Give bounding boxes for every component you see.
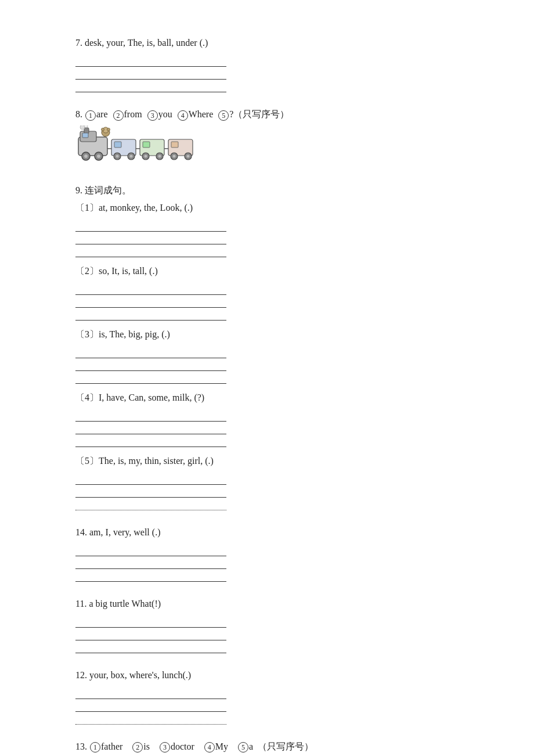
q7-line-3 [75,80,226,92]
svg-point-15 [130,155,133,158]
q11-line-3 [75,640,226,653]
q9-sub5: 〔5〕The, is, my, thin, sister, girl, (.) [75,455,459,510]
svg-point-13 [116,155,119,158]
q9-sub5-label: 〔5〕The, is, my, thin, sister, girl, (.) [75,455,214,467]
q9-sub5-line-2 [75,485,226,498]
q9-sub3-line-2 [75,358,226,371]
q9-sub1-lines [75,219,459,257]
q10-line-2 [75,556,226,569]
q12-line-3-dotted [75,712,226,725]
svg-rect-5 [82,133,88,138]
question-13: 13. 1father 2is 3doctor 4My 5a （只写序号） . [75,739,459,756]
q9-label: 9. 连词成句。 [75,182,459,198]
q7-answer-lines [75,54,459,92]
q9-sub1-line-3 [75,244,226,257]
q13-circle-3: 3 [160,742,170,753]
q13-circle-1: 1 [90,742,100,753]
q10-answer-lines [75,543,459,582]
svg-point-19 [145,155,147,158]
q8-label: 8. 1are 2from 3you 4Where 5?（只写序号） [75,106,459,122]
q7-line-2 [75,67,226,80]
svg-point-7 [84,154,88,158]
q9-sub1-line-1 [75,219,226,232]
q9-sub2-line-2 [75,295,226,308]
question-10: 14. am, I, very, well (.) [75,524,459,582]
svg-rect-17 [143,142,150,147]
svg-point-34 [107,128,110,131]
svg-rect-23 [171,142,178,147]
q11-label: 11. a big turtle What(!) [75,596,459,611]
q9-sub3-lines [75,345,459,384]
q8-circle-3: 3 [147,110,158,121]
q9-sub2-lines [75,282,459,321]
q9-sub2-line-3 [75,308,226,321]
q7-line-1 [75,54,226,67]
q13-circle-5: 5 [238,742,248,753]
question-7: 7. desk, your, The, is, ball, under (.) [75,35,459,92]
q9-sub3: 〔3〕is, The, big, pig, (.) [75,329,459,384]
q9-sub4: 〔4〕I, have, Can, some, milk, (?) [75,392,459,447]
q8-circle-2: 2 [113,110,124,121]
q9-sub3-line-3 [75,371,226,384]
q9-sub5-lines [75,472,459,510]
q8-circle-5: 5 [218,110,229,121]
q9-sub3-label: 〔3〕is, The, big, pig, (.) [75,329,170,341]
q12-label: 12. your, box, where's, lunch(.) [75,667,459,683]
svg-point-4 [84,125,88,128]
q10-line-1 [75,543,226,556]
svg-rect-2 [84,128,89,134]
q13-circle-4: 4 [204,742,215,753]
q9-sub5-line-3-dotted [75,498,226,510]
q13-circle-2: 2 [132,742,143,753]
q12-line-1 [75,686,226,699]
q11-answer-lines [75,615,459,653]
question-12: 12. your, box, where's, lunch(.) [75,667,459,725]
svg-point-21 [158,155,161,158]
question-8: 8. 1are 2from 3you 4Where 5?（只写序号） [75,106,459,168]
q11-line-1 [75,615,226,628]
question-9: 9. 连词成句。 〔1〕at, monkey, the, Look, (.) 〔… [75,182,459,510]
q9-sub1-line-2 [75,232,226,244]
q13-label: 13. 1father 2is 3doctor 4My 5a （只写序号） [75,739,459,754]
q9-sub4-line-1 [75,409,226,422]
q10-line-3 [75,569,226,582]
q12-answer-lines [75,686,459,725]
q9-sub1: 〔1〕at, monkey, the, Look, (.) [75,202,459,257]
q11-line-2 [75,628,226,640]
q8-circle-4: 4 [178,110,188,121]
q7-label: 7. desk, your, The, is, ball, under (.) [75,35,459,51]
svg-point-9 [97,154,100,158]
q9-sub4-line-2 [75,422,226,434]
q12-line-2 [75,699,226,712]
q9-sub4-lines [75,409,459,447]
question-11: 11. a big turtle What(!) [75,596,459,653]
svg-point-25 [173,155,176,158]
q9-sub2: 〔2〕so, It, is, tall, (.) [75,265,459,321]
svg-rect-11 [114,142,121,147]
train-svg [75,125,215,166]
q9-sub5-line-1 [75,472,226,485]
train-illustration [75,125,459,168]
q8-circle-1: 1 [85,110,96,121]
q10-label: 14. am, I, very, well (.) [75,524,459,540]
svg-point-33 [102,128,104,131]
q9-sub4-label: 〔4〕I, have, Can, some, milk, (?) [75,392,204,404]
q9-sub2-label: 〔2〕so, It, is, tall, (.) [75,265,158,278]
q9-sub3-line-1 [75,345,226,358]
q9-sub1-label: 〔1〕at, monkey, the, Look, (.) [75,202,193,214]
q9-sub4-line-3 [75,434,226,447]
q9-sub2-line-1 [75,282,226,295]
svg-point-27 [187,155,190,158]
